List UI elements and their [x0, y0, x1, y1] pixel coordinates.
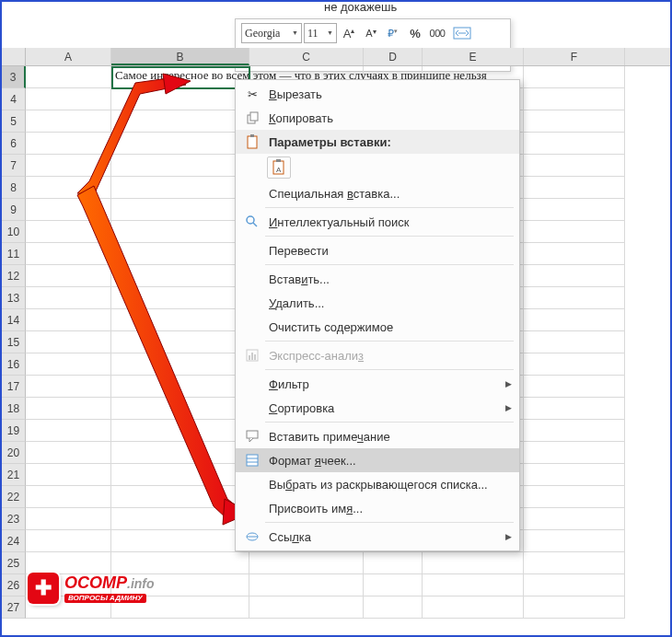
cell[interactable]	[524, 376, 625, 398]
cell[interactable]	[26, 464, 111, 486]
row-header[interactable]: 5	[2, 110, 26, 133]
cell[interactable]	[111, 552, 249, 574]
cell[interactable]	[111, 442, 249, 464]
cell[interactable]	[26, 309, 111, 331]
column-header-e[interactable]: E	[423, 48, 524, 65]
row-header[interactable]: 13	[2, 287, 26, 309]
cell[interactable]	[524, 574, 625, 596]
cell[interactable]	[524, 552, 625, 574]
cell[interactable]	[524, 66, 625, 88]
row-header[interactable]: 19	[2, 420, 26, 442]
menu-link[interactable]: Ссылка ▶	[236, 525, 519, 549]
cell[interactable]	[111, 309, 249, 331]
cell[interactable]	[524, 243, 625, 265]
row-header[interactable]: 21	[2, 464, 26, 486]
cell[interactable]	[111, 177, 249, 199]
cell[interactable]	[524, 199, 625, 221]
cell[interactable]	[111, 398, 249, 420]
column-header-d[interactable]: D	[364, 48, 423, 65]
column-header-f[interactable]: F	[524, 48, 625, 65]
cell[interactable]	[26, 265, 111, 287]
column-header-b[interactable]: B	[111, 48, 249, 65]
cell[interactable]	[26, 66, 111, 88]
menu-paste-default[interactable]: A	[236, 154, 519, 181]
row-header[interactable]: 15	[2, 331, 26, 353]
cell[interactable]	[26, 155, 111, 177]
font-name-combo[interactable]: Georgia ▼	[241, 23, 302, 43]
cell[interactable]	[524, 486, 625, 508]
menu-format-cells[interactable]: Формат ячеек...	[236, 448, 519, 472]
cell[interactable]	[26, 486, 111, 508]
cell[interactable]	[111, 530, 249, 552]
cell[interactable]	[111, 486, 249, 508]
cell[interactable]	[524, 353, 625, 376]
cell[interactable]	[524, 309, 625, 331]
cell[interactable]	[111, 133, 249, 155]
menu-sort[interactable]: Сортировка ▶	[236, 396, 519, 420]
increase-font-button[interactable]: A▴	[339, 23, 359, 43]
cell[interactable]	[524, 596, 625, 619]
row-header[interactable]: 27	[2, 596, 26, 619]
cell[interactable]	[26, 420, 111, 442]
cell[interactable]	[111, 331, 249, 353]
cell[interactable]	[26, 221, 111, 243]
accounting-format-button[interactable]: ₽▾	[383, 23, 403, 43]
menu-copy[interactable]: Копировать	[236, 106, 519, 130]
row-header[interactable]: 9	[2, 199, 26, 221]
row-header[interactable]: 22	[2, 486, 26, 508]
cell[interactable]	[524, 265, 625, 287]
menu-clear-contents[interactable]: Очистить содержимое	[236, 315, 519, 339]
cell[interactable]	[26, 530, 111, 552]
cell[interactable]	[26, 287, 111, 309]
cell[interactable]	[364, 552, 423, 574]
menu-filter[interactable]: Фильтр ▶	[236, 372, 519, 396]
row-header[interactable]: 14	[2, 309, 26, 331]
menu-translate[interactable]: Перевести	[236, 238, 519, 262]
decrease-font-button[interactable]: A▾	[361, 23, 381, 43]
cell[interactable]	[249, 574, 364, 596]
cell[interactable]	[524, 177, 625, 199]
row-header[interactable]: 24	[2, 530, 26, 552]
cell[interactable]	[249, 552, 364, 574]
cell[interactable]	[249, 596, 364, 619]
cell[interactable]	[26, 88, 111, 110]
cell[interactable]	[111, 464, 249, 486]
cell[interactable]	[524, 464, 625, 486]
row-header[interactable]: 17	[2, 376, 26, 398]
cell[interactable]	[111, 508, 249, 530]
menu-smart-lookup[interactable]: Интеллектуальный поиск	[236, 210, 519, 234]
row-header[interactable]: 3	[2, 66, 26, 88]
cell[interactable]	[26, 199, 111, 221]
column-header-c[interactable]: C	[249, 48, 364, 65]
cell[interactable]	[111, 221, 249, 243]
cell[interactable]	[111, 110, 249, 133]
row-header[interactable]: 8	[2, 177, 26, 199]
cell[interactable]	[524, 287, 625, 309]
cell[interactable]	[111, 199, 249, 221]
cell[interactable]	[26, 133, 111, 155]
cell[interactable]	[423, 552, 524, 574]
cell[interactable]	[26, 110, 111, 133]
row-header[interactable]: 4	[2, 88, 26, 110]
cell[interactable]	[364, 596, 423, 619]
percent-format-button[interactable]: %	[405, 23, 425, 43]
menu-delete[interactable]: Удалить...	[236, 291, 519, 315]
menu-define-name[interactable]: Присвоить имя...	[236, 496, 519, 520]
menu-insert[interactable]: Вставить...	[236, 267, 519, 291]
row-header[interactable]: 18	[2, 398, 26, 420]
cell[interactable]	[524, 155, 625, 177]
cell[interactable]	[26, 331, 111, 353]
cell[interactable]	[524, 508, 625, 530]
cell[interactable]	[524, 221, 625, 243]
merge-cells-button[interactable]	[449, 23, 475, 43]
cell[interactable]	[524, 331, 625, 353]
row-header[interactable]: 10	[2, 221, 26, 243]
row-header[interactable]: 23	[2, 508, 26, 530]
row-header[interactable]: 7	[2, 155, 26, 177]
row-header[interactable]: 12	[2, 265, 26, 287]
column-header-a[interactable]: A	[26, 48, 111, 65]
cell[interactable]	[524, 530, 625, 552]
cell[interactable]	[26, 376, 111, 398]
cell[interactable]	[364, 574, 423, 596]
cell[interactable]	[26, 508, 111, 530]
